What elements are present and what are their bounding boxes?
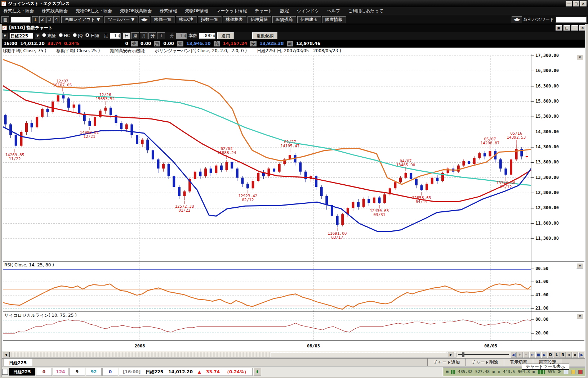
app-icon: ✓ [1,1,6,6]
page-button-0[interactable]: 1 [32,16,39,23]
ticker-up-icon[interactable]: ⬆ [253,368,261,376]
nav-button-7[interactable]: L [554,352,560,358]
chart-window-button-0[interactable]: ▣ [556,25,562,31]
psych-pane-dropdown-icon[interactable]: ▼ [576,314,583,319]
close-icon[interactable]: × [580,1,587,6]
period-button-4[interactable]: T [157,32,165,39]
market-radio-2[interactable] [73,33,77,37]
market-radio-3[interactable] [85,33,89,37]
y-axis-label: 21.00 [535,306,571,311]
menu-item-3[interactable]: 先物OP残高照会 [120,8,152,14]
status-num2: 527.48 [475,369,490,374]
menu-item-2[interactable]: 先物OP注文・照会 [76,8,112,14]
apply-button[interactable]: 適用 [217,32,234,39]
svg-text:03/31: 03/31 [373,212,385,217]
menu-item-11[interactable]: ご利用にあたって [348,8,383,14]
menu-item-4[interactable]: 株式情報 [160,8,177,14]
symbol-combo[interactable]: 日経225 [9,33,33,39]
nav-button-3[interactable]: ↔ [529,352,535,358]
zoom-slider-handle[interactable] [462,352,464,357]
nav-button-2[interactable]: − [523,352,529,358]
collapse-icon[interactable]: ▼ [2,33,8,39]
window-mini-icon[interactable] [564,370,568,374]
app-title: ジョインベスト・エクスプレス [8,1,70,7]
chart-region[interactable]: 14269.8511/2212/0716107.0514998.0112/211… [0,54,588,341]
quick-button-3[interactable]: 株価格表 [223,16,246,23]
password-input[interactable] [556,17,587,23]
menu-item-8[interactable]: 設定 [280,8,289,14]
alert-mini-icon[interactable] [571,370,575,374]
market-radio-1[interactable] [59,33,63,37]
menu-item-6[interactable]: マーケット情報 [216,8,247,14]
scroll-right-icon[interactable]: ▶ [448,352,454,357]
period-button-1[interactable]: 週 [131,32,139,39]
page-button-2[interactable]: 3 [46,16,53,23]
chart-window-titlebar[interactable]: ✓ [5110] 指数チャート ▣□−× [0,24,588,32]
ticker-name[interactable]: 日経225 [9,368,35,376]
menu-item-10[interactable]: ヘルプ [327,8,340,14]
restore-icon[interactable]: □ [573,1,579,6]
split-arrows-icon[interactable]: ◀▶ [512,16,522,23]
nav-button-5[interactable]: ▶ [542,352,547,358]
period-button-3[interactable]: 分 [148,32,156,39]
legend-item-3[interactable]: ボリンジャーバンド( Close, 20, 2.0, -2.0, 0 ) [155,48,247,54]
screen-layout-button[interactable]: 画面レイアウト ▼ [61,16,103,23]
scroll-left-icon[interactable]: ◀ [3,352,9,357]
symbol-combo-arrow-icon[interactable]: ▼ [35,33,40,39]
chart-window-button-2[interactable]: − [571,25,578,31]
chart-action-button-1[interactable]: チャート削除 [466,359,504,366]
refresh-icon[interactable]: ⟳ [558,369,561,374]
rsi-pane-dropdown-icon[interactable]: ▼ [576,263,583,269]
chart-action-button-0[interactable]: チャート追加 [427,359,466,366]
menu-item-7[interactable]: チャート [255,8,272,14]
legend-item-1[interactable]: 移動平均( Close, 25 ) [57,48,100,54]
quote-buy: 0.00 [163,41,174,46]
multi-symbol-button[interactable]: 複数銘柄 [252,32,277,39]
ticker-checkbox[interactable] [2,369,8,375]
split-arrows-icon[interactable]: ◀▶ [139,16,149,23]
nav-button-0[interactable]: ◀| [511,352,517,358]
legend-item-2[interactable]: 期間高安表示機能 [110,48,144,54]
scrollbar-track[interactable] [9,352,447,357]
menu-item-0[interactable]: 株式注文・照会 [4,8,34,14]
period-button-0[interactable]: 日 [122,32,130,39]
min-label: 分 [170,33,174,39]
page-button-3[interactable]: 4 [53,16,60,23]
nav-button-6[interactable]: D [548,352,553,358]
toolbar-dropdown-button[interactable]: ツールバー ▼ [104,16,138,23]
legend-item-4[interactable]: 日経225( 日, 2007/03/05 - 2008/05/23 ) [257,48,341,54]
nav-button-8[interactable]: R [560,352,566,358]
nav-button-9[interactable]: ⊕ [566,352,572,358]
menu-item-9[interactable]: ウィンドウ [297,8,319,14]
record-mini-icon[interactable] [578,370,583,374]
menu-item-5[interactable]: 先物OP情報 [185,8,208,14]
quick-button-0[interactable]: 株価一覧 [151,16,175,23]
quick-button-6[interactable]: 信用建玉 [297,16,321,23]
chart-canvas[interactable]: 14269.8511/2212/0716107.0514998.0112/211… [0,54,588,341]
quick-button-5[interactable]: 現物残高 [272,16,296,23]
scrollbar-thumb[interactable] [271,352,456,357]
nav-button-10[interactable]: × [572,352,578,358]
quick-button-1[interactable]: 株EX注 [176,16,197,23]
quick-button-2[interactable]: 指数一覧 [198,16,222,23]
zoom-slider-track[interactable] [458,354,509,355]
interval-stepper[interactable]: 1▲▼ [110,33,121,39]
nav-button-11[interactable]: |▶ [578,352,584,358]
toolbar-input[interactable] [10,17,31,23]
minimize-icon[interactable]: — [566,1,572,6]
nav-button-1[interactable]: + [517,352,523,358]
market-radio-0[interactable] [42,33,46,37]
tab-nikkei225[interactable]: 日経225 [4,359,32,366]
status-num4: 904.8 [518,369,530,374]
period-button-2[interactable]: 月 [140,32,148,39]
page-button-1[interactable]: 2 [39,16,46,23]
legend-item-0[interactable]: 移動平均( Close, 75 ) [3,48,46,54]
chart-window-button-1[interactable]: □ [564,25,570,31]
nav-button-4[interactable]: ■ [535,352,541,358]
bars-stepper[interactable]: 300▲▼ [199,33,215,39]
layout-grid-icon[interactable]: ▥ [1,16,9,23]
main-pane-dropdown-icon[interactable]: ▼ [576,55,583,60]
menu-item-1[interactable]: 株式残高照会 [42,8,68,14]
quick-button-4[interactable]: 信用貸借 [248,16,271,23]
quick-button-7[interactable]: 限度情報 [322,16,346,23]
